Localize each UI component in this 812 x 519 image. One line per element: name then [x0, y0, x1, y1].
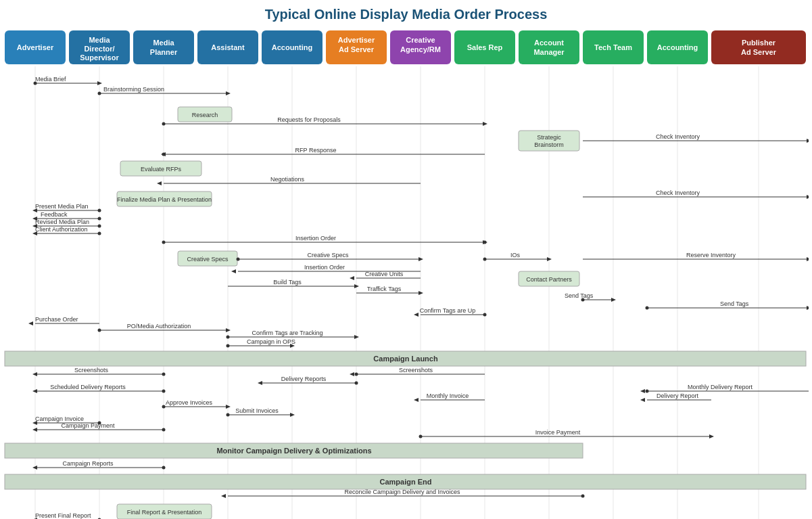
svg-text:Invoice Payment: Invoice Payment	[535, 429, 581, 436]
svg-text:Monitor Campaign Delivery & Op: Monitor Campaign Delivery & Optimization…	[216, 447, 371, 455]
svg-marker-137	[32, 372, 37, 376]
svg-text:Check Inventory: Check Inventory	[656, 133, 700, 140]
svg-text:Requests for Proposals: Requests for Proposals	[277, 116, 341, 123]
svg-text:Contact Partners: Contact Partners	[526, 276, 572, 283]
svg-marker-167	[32, 428, 37, 432]
svg-text:Screenshots: Screenshots	[74, 367, 109, 374]
svg-text:RFP Response: RFP Response	[295, 147, 337, 154]
svg-text:IOs: IOs	[510, 252, 521, 258]
svg-marker-52	[483, 122, 487, 126]
svg-marker-44	[97, 81, 102, 85]
svg-text:Creative: Creative	[406, 36, 435, 44]
svg-text:Final Report & Presentation: Final Report & Presentation	[127, 509, 202, 516]
svg-point-200	[237, 258, 240, 261]
svg-text:Advertiser: Advertiser	[17, 43, 54, 51]
svg-marker-117	[807, 306, 809, 310]
svg-text:Accounting: Accounting	[272, 43, 313, 51]
svg-point-216	[98, 422, 101, 425]
svg-marker-58	[807, 139, 809, 143]
svg-text:Monthly Delivery Report: Monthly Delivery Report	[688, 384, 753, 390]
svg-point-203	[483, 313, 487, 317]
svg-point-201	[483, 241, 487, 244]
svg-marker-146	[32, 389, 37, 393]
svg-text:Ad Server: Ad Server	[741, 48, 777, 56]
svg-point-217	[162, 428, 166, 432]
svg-marker-47	[226, 91, 231, 95]
svg-text:Ad Server: Ad Server	[339, 45, 375, 53]
svg-text:Present Final Report: Present Final Report	[35, 512, 91, 519]
svg-text:Purchase Order: Purchase Order	[35, 316, 78, 323]
svg-text:Confirm Tags are Up: Confirm Tags are Up	[420, 307, 475, 314]
svg-text:Insertion Order: Insertion Order	[295, 235, 336, 242]
svg-text:Director/: Director/	[84, 45, 114, 53]
svg-text:Campaign End: Campaign End	[379, 478, 431, 486]
main-diagram: Advertiser Media Director/ Supervisor Me…	[3, 29, 809, 519]
svg-point-204	[581, 298, 585, 302]
svg-marker-126	[226, 328, 231, 332]
svg-text:Brainstorming Session: Brainstorming Session	[103, 86, 164, 93]
svg-marker-108	[354, 284, 359, 288]
svg-text:Client Authorization: Client Authorization	[35, 226, 88, 233]
svg-marker-103	[350, 276, 354, 280]
svg-text:Insertion Order: Insertion Order	[304, 264, 345, 271]
svg-text:Publisher: Publisher	[742, 39, 776, 47]
svg-text:Creative Units: Creative Units	[365, 271, 404, 277]
svg-text:Campaign Reports: Campaign Reports	[62, 460, 114, 467]
svg-text:Creative Specs: Creative Specs	[307, 252, 349, 258]
svg-marker-155	[640, 398, 645, 402]
svg-text:Present Media Plan: Present Media Plan	[35, 203, 89, 210]
svg-text:Manager: Manager	[533, 48, 565, 56]
svg-point-218	[419, 435, 423, 438]
svg-text:Assistant: Assistant	[211, 43, 245, 51]
svg-marker-100	[231, 269, 236, 273]
svg-marker-175	[32, 466, 37, 470]
svg-point-219	[162, 466, 166, 470]
svg-text:Campaign Launch: Campaign Launch	[373, 355, 438, 363]
svg-point-195	[98, 209, 101, 212]
svg-point-211	[355, 382, 358, 385]
svg-text:Planner: Planner	[150, 48, 178, 56]
svg-text:Monthly Invoice: Monthly Invoice	[427, 392, 469, 399]
svg-marker-71	[807, 195, 809, 199]
svg-text:Sales Rep: Sales Rep	[467, 43, 503, 51]
svg-point-191	[34, 82, 37, 85]
svg-text:Accounting: Accounting	[657, 43, 698, 51]
svg-marker-180	[221, 494, 226, 498]
svg-marker-120	[414, 313, 419, 317]
svg-point-209	[162, 373, 166, 376]
svg-point-197	[98, 225, 101, 228]
svg-point-212	[162, 390, 166, 393]
svg-marker-91	[419, 257, 423, 261]
svg-point-210	[355, 373, 358, 376]
svg-text:Screenshots: Screenshots	[399, 367, 433, 374]
diagram-area: Advertiser Media Director/ Supervisor Me…	[3, 29, 809, 519]
svg-marker-143	[258, 381, 262, 385]
svg-point-215	[226, 413, 230, 417]
svg-text:Supervisor: Supervisor	[80, 53, 119, 62]
svg-text:Creative Specs: Creative Specs	[187, 256, 229, 263]
svg-text:Media: Media	[153, 39, 174, 47]
svg-text:Advertiser: Advertiser	[338, 36, 375, 44]
svg-point-194	[162, 153, 166, 156]
svg-point-207	[226, 336, 230, 339]
svg-point-206	[98, 329, 101, 332]
svg-text:Send Tags: Send Tags	[565, 292, 594, 299]
svg-text:Evaluate RFPs: Evaluate RFPs	[141, 166, 182, 173]
svg-point-192	[98, 92, 101, 95]
svg-text:Delivery Reports: Delivery Reports	[281, 376, 327, 382]
svg-rect-6	[133, 30, 194, 64]
svg-marker-111	[419, 291, 423, 295]
svg-point-220	[581, 495, 585, 498]
svg-marker-97	[807, 257, 809, 261]
svg-text:Account: Account	[534, 39, 564, 47]
svg-text:Reconcile Campaign Delivery an: Reconcile Campaign Delivery and Invoices	[344, 489, 460, 495]
svg-point-198	[98, 232, 101, 235]
svg-marker-114	[611, 298, 616, 302]
svg-marker-161	[290, 413, 295, 417]
svg-text:Campaign Invoice: Campaign Invoice	[35, 415, 84, 422]
page-title: Typical Online Display Media Order Proce…	[3, 7, 809, 22]
svg-text:Check Inventory: Check Inventory	[656, 189, 700, 196]
svg-text:Send Tags: Send Tags	[720, 300, 749, 307]
svg-text:Delivery Report: Delivery Report	[656, 392, 699, 399]
svg-marker-158	[226, 405, 231, 409]
